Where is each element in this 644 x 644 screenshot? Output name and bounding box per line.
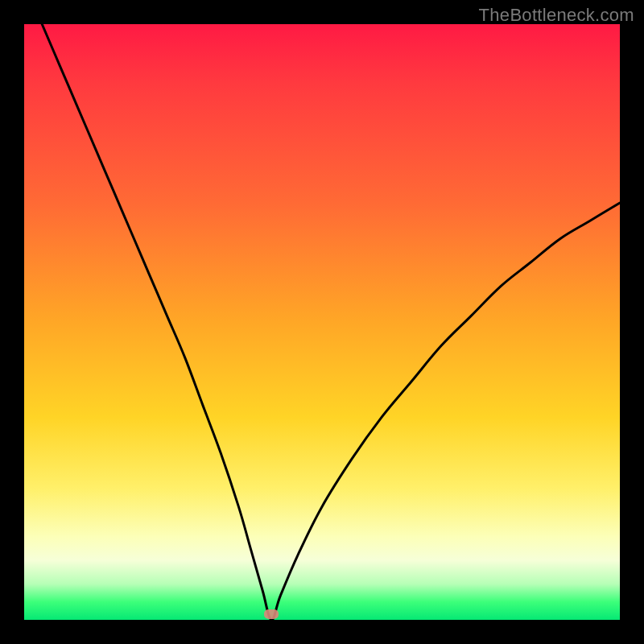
watermark-text: TheBottleneck.com: [479, 5, 634, 26]
chart-frame: TheBottleneck.com: [0, 0, 644, 644]
plot-area: [24, 24, 620, 620]
bottleneck-curve: [24, 24, 620, 620]
minimum-marker: [264, 609, 279, 619]
